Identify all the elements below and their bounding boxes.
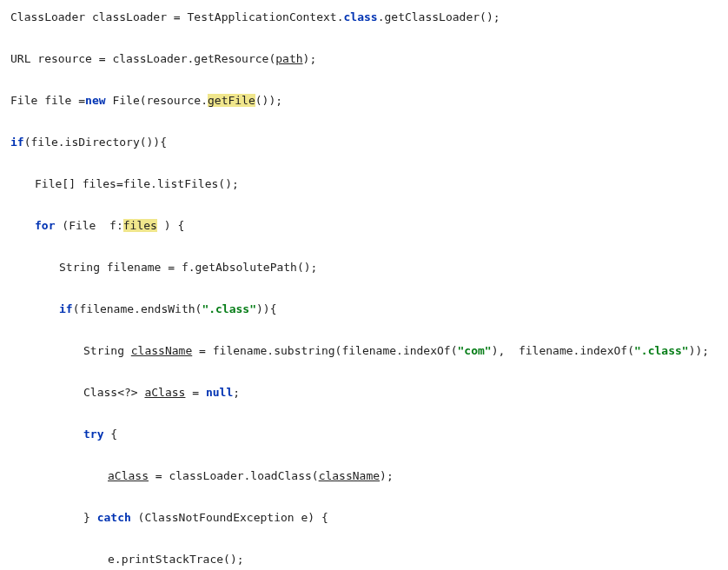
code-line: ClassLoader classLoader = TestApplicatio…: [10, 7, 718, 28]
code-block: ClassLoader classLoader = TestApplicatio…: [10, 7, 718, 570]
code-line: e.printStackTrace();: [10, 549, 718, 570]
code-line: URL resource = classLoader.getResource(p…: [10, 49, 718, 70]
code-line: String filename = f.getAbsolutePath();: [10, 257, 718, 278]
code-line: try {: [10, 424, 718, 445]
code-line: String className = filename.substring(fi…: [10, 341, 718, 361]
code-line: Class<?> aClass = null;: [10, 382, 718, 403]
code-line: if(file.isDirectory()){: [10, 132, 718, 153]
code-line: for (File f:files ) {: [10, 215, 718, 236]
code-line: if(filename.endsWith(".class")){: [10, 299, 718, 320]
code-line: aClass = classLoader.loadClass(className…: [10, 466, 718, 487]
code-line: File file =new File(resource.getFile());: [10, 90, 718, 111]
code-line: } catch (ClassNotFoundException e) {: [10, 507, 718, 528]
code-line: File[] files=file.listFiles();: [10, 174, 718, 195]
